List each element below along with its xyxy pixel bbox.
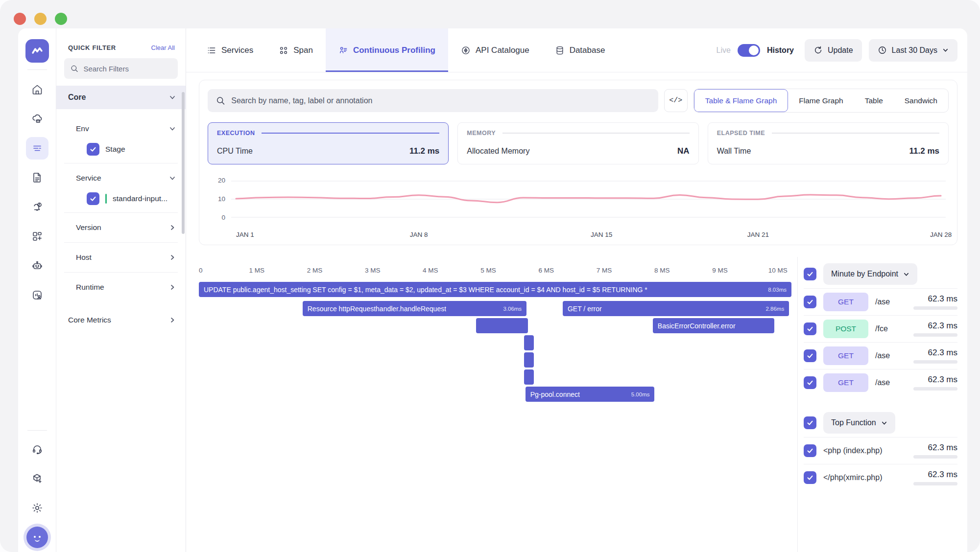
tab-span[interactable]: Span	[266, 28, 326, 72]
support-headset-icon[interactable]	[26, 438, 48, 460]
tab-services[interactable]: Services	[194, 28, 266, 72]
code-view-button[interactable]: </>	[664, 89, 688, 112]
close-window-button[interactable]	[14, 13, 26, 25]
filter-search-input[interactable]	[83, 65, 172, 73]
filter-option-service[interactable]: standard-input...	[56, 189, 186, 208]
session-replay-icon[interactable]	[26, 284, 48, 306]
database-icon	[555, 46, 565, 55]
function-filter-dropdown[interactable]: Top Function	[823, 412, 895, 434]
flame-span[interactable]: UPDATE public.agent_host_setting SET con…	[199, 282, 791, 297]
checkbox-checked[interactable]	[87, 192, 99, 205]
view-mode-sandwich[interactable]: Sandwich	[894, 89, 948, 112]
ruler-tick: 10 MS	[768, 267, 788, 274]
metric-value: NA	[677, 146, 690, 156]
ruler-tick: 7 MS	[597, 267, 612, 274]
flame-span[interactable]	[476, 318, 527, 333]
rail-divider	[27, 69, 47, 70]
apm-list-icon[interactable]	[26, 137, 48, 160]
chevron-down-icon	[169, 94, 176, 101]
filter-option-stage[interactable]: Stage	[56, 139, 186, 159]
filter-group-service[interactable]: Service	[56, 167, 186, 189]
dropdown-label: Minute by Endpoint	[831, 270, 898, 278]
update-button[interactable]: Update	[805, 39, 862, 62]
metric-value: 11.2 ms	[409, 146, 439, 156]
checkbox-checked[interactable]	[87, 143, 99, 156]
flame-span[interactable]: Resource httpRequesthandler.handleReques…	[303, 301, 526, 316]
bot-icon[interactable]	[26, 254, 48, 277]
tab-api-catalogue[interactable]: API Catalogue	[448, 28, 542, 72]
filter-group-core-metrics[interactable]: Core Metrics	[56, 309, 186, 331]
tab-continuous-profiling[interactable]: Continuous Profiling	[326, 28, 448, 72]
checkbox-checked[interactable]	[804, 444, 816, 457]
divider	[64, 272, 178, 273]
home-icon[interactable]	[26, 78, 48, 101]
alerts-bell-icon[interactable]	[26, 196, 48, 218]
checkbox-checked[interactable]	[804, 416, 816, 429]
tab-bar: Services Span Continuous Profiling API C…	[186, 28, 967, 72]
logo-wave-icon[interactable]	[25, 39, 49, 63]
quick-filter-title: QUICK FILTER	[68, 44, 116, 51]
clear-all-link[interactable]: Clear All	[151, 44, 175, 51]
settings-gear-icon[interactable]	[26, 497, 48, 519]
flame-span[interactable]: GET / error2.86ms	[563, 301, 789, 316]
time-range-dropdown[interactable]: Last 30 Days	[869, 39, 957, 62]
metric-card-execution[interactable]: EXECUTION CPU Time11.2 ms	[208, 122, 449, 164]
checkbox-checked[interactable]	[804, 471, 816, 484]
filter-group-env[interactable]: Env	[56, 118, 186, 139]
logs-document-icon[interactable]	[26, 166, 48, 189]
flame-span[interactable]	[524, 352, 534, 368]
integrations-box-icon[interactable]	[26, 467, 48, 490]
filter-group-version[interactable]: Version	[56, 217, 186, 238]
endpoint-filter-dropdown[interactable]: Minute by Endpoint	[823, 263, 917, 285]
x-axis-ticks: JAN 1JAN 8JAN 15JAN 21JAN 28	[231, 231, 946, 241]
zoom-window-button[interactable]	[55, 13, 67, 25]
clock-icon	[878, 46, 887, 55]
user-avatar[interactable]	[26, 527, 48, 548]
endpoint-row[interactable]: GET /ase 62.3 ms	[804, 369, 957, 396]
endpoint-row[interactable]: GET /ase 62.3 ms	[804, 343, 957, 369]
flame-span[interactable]	[524, 369, 534, 385]
minimize-window-button[interactable]	[34, 13, 47, 25]
divider	[772, 133, 939, 134]
metric-card-memory[interactable]: MEMORY Allocated MemoryNA	[457, 122, 698, 164]
live-history-toggle[interactable]	[738, 44, 760, 57]
checkbox-checked[interactable]	[804, 376, 816, 389]
checkbox-checked[interactable]	[804, 322, 816, 335]
endpoint-row[interactable]: POST /fce 62.3 ms	[804, 316, 957, 342]
ruler-tick: 0	[199, 267, 203, 274]
progress-bar	[913, 482, 957, 485]
infrastructure-cloud-icon[interactable]	[26, 108, 48, 130]
filter-group-core[interactable]: Core	[56, 86, 186, 109]
tab-database[interactable]: Database	[542, 28, 618, 72]
flame-span[interactable]: Pg-pool.connect5.00ms	[526, 387, 655, 402]
checkbox-checked[interactable]	[804, 296, 816, 308]
app-content: QUICK FILTER Clear All Core Env Stage	[18, 28, 967, 552]
function-name: </php(xmirc.php)	[823, 473, 883, 482]
view-mode-table[interactable]: Table	[854, 89, 894, 112]
main-search-input[interactable]	[231, 96, 650, 105]
endpoint-row[interactable]: GET /ase 62.3 ms	[804, 289, 957, 315]
service-color-bar	[105, 194, 107, 204]
view-mode-flame[interactable]: Flame Graph	[788, 89, 854, 112]
checkbox-check-icon	[806, 379, 814, 387]
endpoint-value: 62.3 ms	[928, 294, 957, 304]
view-mode-table-flame[interactable]: Table & Flame Graph	[694, 89, 788, 112]
flame-span[interactable]: BasicErrorController.error	[653, 318, 774, 333]
filter-search-box[interactable]	[64, 58, 178, 79]
tab-label: Span	[293, 46, 313, 55]
dashboard-add-icon[interactable]	[26, 225, 48, 248]
progress-bar	[913, 306, 957, 310]
function-row[interactable]: <php (index.php) 62.3 ms	[804, 437, 957, 464]
checkbox-checked[interactable]	[804, 349, 816, 362]
filter-scrollbar[interactable]	[182, 92, 185, 234]
ruler-tick: 3 MS	[365, 267, 381, 274]
filter-group-host[interactable]: Host	[56, 247, 186, 268]
flame-span[interactable]	[524, 335, 534, 350]
metric-name: Wall Time	[717, 147, 751, 156]
checkbox-checked[interactable]	[804, 268, 816, 280]
tab-label: Services	[221, 46, 253, 55]
main-search-box[interactable]	[208, 89, 658, 112]
function-row[interactable]: </php(xmirc.php) 62.3 ms	[804, 464, 957, 491]
filter-group-runtime[interactable]: Runtime	[56, 276, 186, 298]
metric-card-elapsed-time[interactable]: ELAPSED TIME Wall Time11.2 ms	[708, 122, 949, 164]
